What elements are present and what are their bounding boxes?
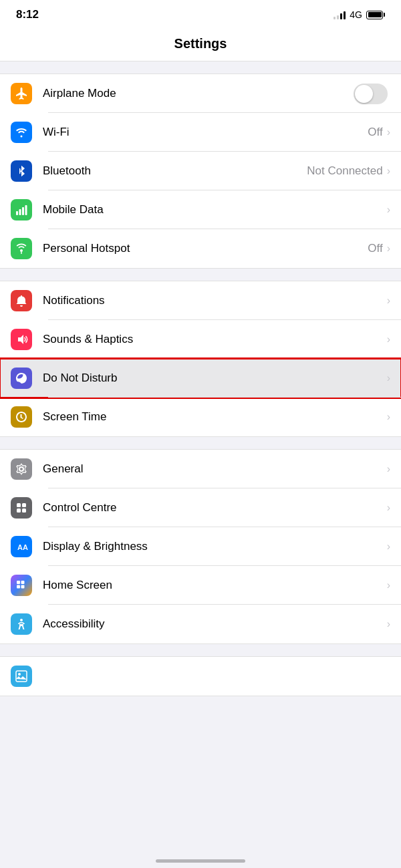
settings-group-system: General › Control Centre › AA: [0, 449, 401, 644]
page-title: Settings: [0, 36, 401, 51]
sounds-haptics-chevron: ›: [387, 333, 390, 345]
mobile-data-chevron: ›: [387, 204, 390, 216]
network-label: 4G: [350, 9, 362, 20]
control-centre-chevron: ›: [387, 502, 390, 514]
accessibility-chevron: ›: [387, 618, 390, 630]
settings-list-system: General › Control Centre › AA: [0, 449, 401, 644]
status-time: 8:12: [16, 8, 39, 21]
signal-icon: [333, 10, 346, 19]
mobile-data-icon: [11, 199, 32, 221]
display-brightness-chevron: ›: [387, 541, 390, 553]
accessibility-label: Accessibility: [43, 617, 387, 631]
home-screen-icon: [11, 575, 32, 596]
settings-item-control-centre[interactable]: Control Centre ›: [0, 488, 401, 527]
status-icons: 4G: [333, 9, 385, 20]
sounds-haptics-icon: [11, 329, 32, 350]
notifications-label: Notifications: [43, 294, 387, 307]
svg-rect-15: [21, 585, 25, 589]
hotspot-chevron: ›: [387, 243, 390, 255]
settings-item-general[interactable]: General ›: [0, 450, 401, 488]
settings-list-notifications: Notifications › Sounds & Haptics › D: [0, 281, 401, 437]
mobile-data-label: Mobile Data: [43, 203, 387, 216]
svg-rect-3: [25, 205, 27, 215]
home-screen-label: Home Screen: [43, 579, 387, 592]
settings-item-home-screen[interactable]: Home Screen ›: [0, 566, 401, 605]
general-icon: [11, 458, 32, 480]
settings-item-sounds-haptics[interactable]: Sounds & Haptics ›: [0, 320, 401, 359]
status-bar: 8:12 4G: [0, 0, 401, 29]
settings-group-partial: [0, 656, 401, 696]
hotspot-icon: [11, 238, 32, 259]
hotspot-label: Personal Hotspot: [43, 242, 368, 255]
settings-item-screen-time[interactable]: Screen Time ›: [0, 398, 401, 436]
bluetooth-chevron: ›: [387, 165, 390, 177]
do-not-disturb-label: Do Not Disturb: [43, 372, 387, 385]
general-chevron: ›: [387, 463, 390, 475]
svg-rect-14: [17, 585, 20, 589]
svg-point-16: [20, 619, 23, 621]
svg-rect-8: [22, 503, 26, 507]
settings-item-mobile-data[interactable]: Mobile Data ›: [0, 190, 401, 229]
wallpaper-icon: [11, 666, 32, 687]
notifications-chevron: ›: [387, 295, 390, 307]
wifi-chevron: ›: [387, 126, 390, 138]
wifi-icon: [11, 122, 32, 143]
screen-time-icon: [11, 406, 32, 428]
page-title-bar: Settings: [0, 29, 401, 61]
screen-time-label: Screen Time: [43, 410, 387, 424]
home-indicator: [156, 859, 245, 863]
bluetooth-icon: [11, 160, 32, 182]
airplane-mode-icon: [11, 83, 32, 104]
airplane-mode-toggle[interactable]: [354, 84, 388, 104]
control-centre-label: Control Centre: [43, 501, 387, 515]
svg-rect-7: [17, 503, 21, 507]
do-not-disturb-icon: [11, 368, 32, 389]
svg-point-18: [18, 673, 21, 676]
svg-text:AA: AA: [17, 543, 28, 551]
settings-item-wifi[interactable]: Wi-Fi Off ›: [0, 113, 401, 152]
hotspot-value: Off: [368, 242, 382, 255]
bluetooth-label: Bluetooth: [43, 164, 307, 178]
screen-time-chevron: ›: [387, 411, 390, 423]
svg-rect-17: [16, 671, 27, 682]
settings-item-airplane-mode[interactable]: Airplane Mode: [0, 74, 401, 113]
svg-rect-0: [16, 211, 18, 215]
display-brightness-label: Display & Brightness: [43, 540, 387, 553]
svg-rect-13: [21, 581, 25, 584]
svg-rect-2: [22, 207, 24, 215]
svg-rect-9: [17, 509, 21, 513]
sounds-haptics-label: Sounds & Haptics: [43, 333, 387, 346]
svg-rect-12: [17, 581, 20, 584]
settings-list-partial: [0, 656, 401, 696]
svg-rect-10: [22, 509, 26, 513]
settings-item-accessibility[interactable]: Accessibility ›: [0, 605, 401, 643]
settings-list-connectivity: Airplane Mode Wi-Fi Off ›: [0, 74, 401, 269]
wifi-value: Off: [368, 126, 382, 139]
settings-item-personal-hotspot[interactable]: Personal Hotspot Off ›: [0, 229, 401, 268]
do-not-disturb-chevron: ›: [387, 372, 390, 384]
battery-icon: [366, 11, 385, 19]
display-brightness-icon: AA: [11, 536, 32, 557]
wifi-label: Wi-Fi: [43, 126, 368, 139]
notifications-icon: [11, 290, 32, 311]
svg-marker-6: [18, 335, 23, 344]
home-screen-chevron: ›: [387, 579, 390, 591]
bluetooth-value: Not Connected: [307, 164, 382, 178]
settings-item-bluetooth[interactable]: Bluetooth Not Connected ›: [0, 152, 401, 190]
settings-group-connectivity: Airplane Mode Wi-Fi Off ›: [0, 74, 401, 269]
svg-rect-1: [19, 209, 21, 215]
airplane-mode-label: Airplane Mode: [43, 87, 354, 100]
settings-item-notifications[interactable]: Notifications ›: [0, 281, 401, 320]
settings-item-do-not-disturb[interactable]: Do Not Disturb ›: [0, 359, 401, 398]
settings-item-wallpaper[interactable]: [0, 657, 401, 696]
svg-point-4: [20, 249, 23, 252]
accessibility-icon: [11, 613, 32, 635]
settings-item-display-brightness[interactable]: AA Display & Brightness ›: [0, 527, 401, 566]
control-centre-icon: [11, 497, 32, 519]
settings-group-notifications: Notifications › Sounds & Haptics › D: [0, 281, 401, 437]
general-label: General: [43, 462, 387, 476]
